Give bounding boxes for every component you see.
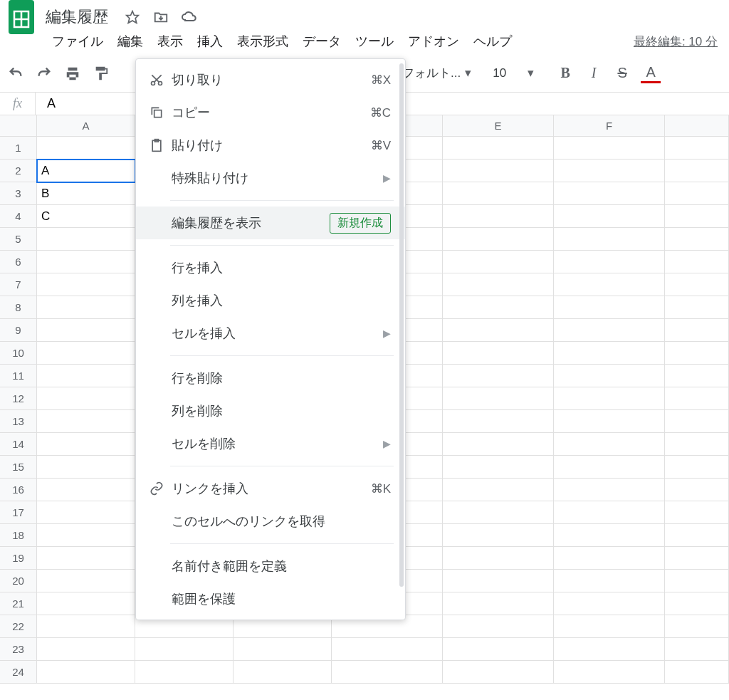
cell[interactable] — [443, 456, 554, 479]
cell[interactable] — [443, 570, 554, 592]
cell[interactable] — [554, 479, 665, 501]
cell[interactable] — [234, 661, 332, 684]
menu-insert-column[interactable]: 列を挿入 — [136, 284, 405, 317]
menu-view[interactable]: 表示 — [151, 30, 189, 53]
cell[interactable] — [665, 137, 729, 160]
cell[interactable] — [554, 137, 665, 160]
cell[interactable] — [554, 251, 665, 273]
row-header[interactable]: 7 — [0, 273, 37, 296]
bold-button[interactable]: B — [555, 63, 575, 83]
row-header[interactable]: 22 — [0, 615, 37, 638]
cell[interactable] — [665, 387, 729, 410]
row-header[interactable]: 15 — [0, 456, 37, 479]
italic-button[interactable]: I — [584, 63, 604, 83]
cell[interactable] — [37, 592, 135, 615]
cell[interactable] — [332, 661, 443, 684]
column-header[interactable]: A — [37, 115, 135, 137]
cell[interactable] — [135, 638, 234, 661]
cell[interactable] — [135, 661, 234, 684]
cell[interactable] — [665, 592, 729, 615]
menu-edit[interactable]: 編集 — [111, 30, 150, 53]
strikethrough-button[interactable]: S — [612, 63, 632, 83]
cell[interactable] — [554, 570, 665, 592]
menu-paste-special[interactable]: 特殊貼り付け ▶ — [136, 162, 405, 194]
cell[interactable] — [554, 661, 665, 684]
cell[interactable] — [37, 273, 135, 296]
row-header[interactable]: 11 — [0, 365, 37, 387]
row-header[interactable]: 20 — [0, 570, 37, 592]
cell[interactable] — [665, 570, 729, 592]
menu-help[interactable]: ヘルプ — [467, 30, 518, 53]
row-header[interactable]: 8 — [0, 296, 37, 319]
cell[interactable] — [554, 638, 665, 661]
cell[interactable] — [665, 319, 729, 342]
cell[interactable] — [37, 137, 135, 160]
text-color-button[interactable]: A — [641, 63, 661, 83]
cell[interactable] — [37, 456, 135, 479]
column-header[interactable]: F — [554, 115, 665, 137]
menu-data[interactable]: データ — [296, 30, 347, 53]
menu-named-range[interactable]: 名前付き範囲を定義 — [136, 550, 405, 583]
cell[interactable] — [37, 433, 135, 456]
cell[interactable] — [443, 387, 554, 410]
cell[interactable] — [665, 251, 729, 273]
menu-paste[interactable]: 貼り付け ⌘V — [136, 129, 405, 162]
cell[interactable] — [37, 319, 135, 342]
cell[interactable] — [665, 456, 729, 479]
cell[interactable] — [554, 410, 665, 433]
cell[interactable] — [554, 501, 665, 524]
cell[interactable] — [665, 182, 729, 205]
cell[interactable] — [37, 615, 135, 638]
cell[interactable]: C — [37, 205, 135, 228]
row-header[interactable]: 13 — [0, 410, 37, 433]
row-header[interactable]: 5 — [0, 228, 37, 251]
cell[interactable] — [443, 296, 554, 319]
cell[interactable] — [554, 365, 665, 387]
row-header[interactable]: 6 — [0, 251, 37, 273]
last-edit-link[interactable]: 最終編集: 10 分 — [634, 33, 723, 50]
cell[interactable] — [443, 273, 554, 296]
cell[interactable]: B — [37, 182, 135, 205]
row-header[interactable]: 17 — [0, 501, 37, 524]
menu-get-cell-link[interactable]: このセルへのリンクを取得 — [136, 505, 405, 538]
menu-delete-cell[interactable]: セルを削除 ▶ — [136, 427, 405, 460]
font-size-selector[interactable]: 10 ▾ — [493, 66, 534, 80]
cell[interactable] — [554, 547, 665, 570]
cell[interactable] — [443, 592, 554, 615]
row-header[interactable]: 2 — [0, 160, 37, 182]
cell[interactable] — [554, 342, 665, 365]
cell[interactable] — [665, 342, 729, 365]
cell[interactable] — [665, 661, 729, 684]
cell[interactable] — [37, 228, 135, 251]
cell[interactable] — [37, 410, 135, 433]
cell[interactable] — [554, 296, 665, 319]
row-header[interactable]: 12 — [0, 387, 37, 410]
cell[interactable] — [554, 456, 665, 479]
cell[interactable] — [37, 661, 135, 684]
menu-file[interactable]: ファイル — [46, 30, 110, 53]
cell[interactable] — [665, 296, 729, 319]
cell[interactable] — [37, 342, 135, 365]
cell[interactable] — [37, 387, 135, 410]
row-header[interactable]: 24 — [0, 661, 37, 684]
cell[interactable] — [443, 615, 554, 638]
document-title[interactable]: 編集履歴 — [46, 6, 108, 28]
row-header[interactable]: 4 — [0, 205, 37, 228]
cell[interactable] — [37, 570, 135, 592]
cell[interactable] — [665, 228, 729, 251]
cell[interactable] — [665, 547, 729, 570]
cell[interactable] — [443, 182, 554, 205]
row-header[interactable]: 9 — [0, 319, 37, 342]
row-header[interactable]: 18 — [0, 524, 37, 547]
menu-cut[interactable]: 切り取り ⌘X — [136, 63, 405, 96]
cell[interactable] — [554, 592, 665, 615]
cell[interactable] — [554, 387, 665, 410]
cell[interactable] — [665, 501, 729, 524]
cell[interactable] — [554, 319, 665, 342]
cell[interactable] — [443, 228, 554, 251]
cell[interactable] — [443, 410, 554, 433]
cell[interactable] — [443, 433, 554, 456]
menu-delete-column[interactable]: 列を削除 — [136, 395, 405, 427]
cell[interactable] — [665, 365, 729, 387]
cell[interactable] — [443, 479, 554, 501]
